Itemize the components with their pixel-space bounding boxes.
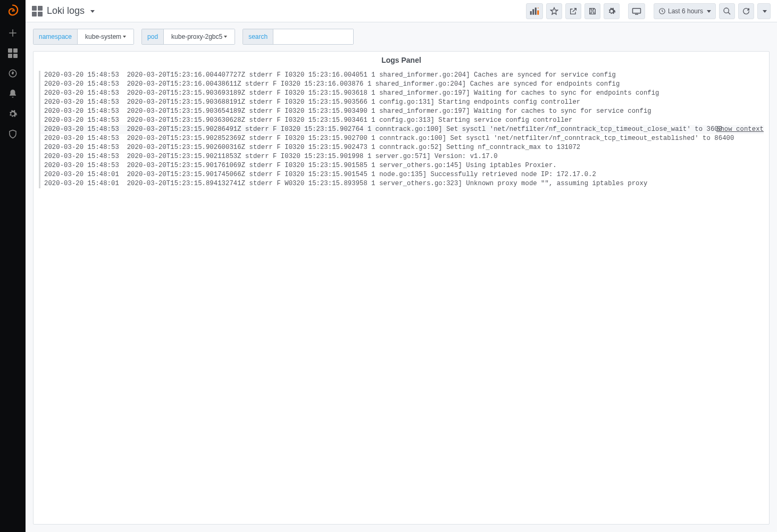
log-row[interactable]: 2020-03-20 15:48:53 2020-03-20T15:23:15.…	[39, 125, 764, 134]
add-panel-button[interactable]	[526, 3, 543, 19]
settings-button[interactable]	[604, 3, 620, 19]
dashboard-grid-icon[interactable]	[32, 6, 43, 16]
template-variables-row: namespace kube-system pod kube-proxy-2gb…	[26, 22, 777, 51]
log-level-bar	[39, 134, 40, 143]
variable-search-label: search	[243, 29, 273, 44]
log-message: 2020-03-20T15:23:15.903654189Z stderr F …	[127, 107, 651, 116]
log-message: 2020-03-20T15:23:15.90211853Z stderr F I…	[127, 152, 498, 161]
create-icon[interactable]	[7, 28, 18, 38]
time-picker-button[interactable]: Last 6 hours	[654, 3, 716, 19]
chevron-down-icon	[90, 10, 95, 13]
log-message: 2020-03-20T15:23:15.902600316Z stderr F …	[127, 143, 581, 152]
log-row[interactable]: 2020-03-20 15:48:53 2020-03-20T15:23:15.…	[39, 161, 764, 170]
log-row[interactable]: 2020-03-20 15:48:53 2020-03-20T15:23:15.…	[39, 152, 764, 161]
log-message: 2020-03-20T15:23:16.004407727Z stderr F …	[127, 71, 616, 80]
log-timestamp: 2020-03-20 15:48:53	[44, 89, 127, 98]
log-level-bar	[39, 89, 40, 98]
dashboard-title-text: Loki logs	[47, 5, 85, 16]
log-row[interactable]: 2020-03-20 15:48:53 2020-03-20T15:23:15.…	[39, 107, 764, 116]
log-timestamp: 2020-03-20 15:48:53	[44, 143, 127, 152]
refresh-interval-picker[interactable]	[757, 3, 771, 19]
svg-point-0	[12, 10, 13, 12]
log-level-bar	[39, 71, 40, 80]
log-level-bar	[39, 98, 40, 107]
log-message: 2020-03-20T15:23:15.903630628Z stderr F …	[127, 116, 573, 125]
variable-search: search	[243, 29, 354, 45]
log-level-bar	[39, 152, 40, 161]
log-timestamp: 2020-03-20 15:48:01	[44, 170, 127, 179]
refresh-button[interactable]	[738, 3, 754, 19]
log-timestamp: 2020-03-20 15:48:53	[44, 134, 127, 143]
log-timestamp: 2020-03-20 15:48:53	[44, 80, 127, 89]
variable-pod: pod kube-proxy-2gbc5	[141, 29, 235, 45]
log-row[interactable]: 2020-03-20 15:48:53 2020-03-20T15:23:15.…	[39, 89, 764, 98]
svg-rect-3	[532, 9, 534, 15]
variable-pod-value[interactable]: kube-proxy-2gbc5	[164, 29, 235, 44]
log-level-bar	[39, 143, 40, 152]
zoom-out-button[interactable]	[719, 3, 735, 19]
log-row[interactable]: 2020-03-20 15:48:53 2020-03-20T15:23:16.…	[39, 71, 764, 80]
log-row[interactable]: 2020-03-20 15:48:53 2020-03-20T15:23:16.…	[39, 80, 764, 89]
log-message: 2020-03-20T15:23:15.901761069Z stderr F …	[127, 161, 557, 170]
show-context-link[interactable]: Show context	[716, 125, 764, 134]
shield-icon[interactable]	[7, 129, 18, 139]
log-message: 2020-03-20T15:23:15.903688191Z stderr F …	[127, 98, 581, 107]
chevron-down-icon	[707, 10, 711, 13]
search-input[interactable]	[273, 29, 353, 44]
share-button[interactable]	[565, 3, 581, 19]
chevron-down-icon	[224, 36, 227, 38]
log-level-bar	[39, 170, 40, 179]
log-row[interactable]: 2020-03-20 15:48:01 2020-03-20T15:23:15.…	[39, 170, 764, 179]
variable-pod-label: pod	[142, 29, 164, 44]
log-row[interactable]: 2020-03-20 15:48:01 2020-03-20T15:23:15.…	[39, 179, 764, 188]
time-picker-label: Last 6 hours	[668, 7, 703, 15]
log-timestamp: 2020-03-20 15:48:53	[44, 116, 127, 125]
log-row[interactable]: 2020-03-20 15:48:53 2020-03-20T15:23:15.…	[39, 143, 764, 152]
log-level-bar	[39, 179, 40, 188]
variable-pod-value-text: kube-proxy-2gbc5	[171, 33, 222, 40]
log-message: 2020-03-20T15:23:15.902852369Z stderr F …	[127, 134, 734, 143]
variable-namespace-value[interactable]: kube-system	[78, 29, 133, 44]
log-message: 2020-03-20T15:23:16.00438611Z stderr F I…	[127, 80, 620, 89]
variable-namespace-label: namespace	[34, 29, 78, 44]
variable-namespace-value-text: kube-system	[85, 33, 121, 40]
log-timestamp: 2020-03-20 15:48:53	[44, 71, 127, 80]
log-timestamp: 2020-03-20 15:48:53	[44, 161, 127, 170]
log-message: 2020-03-20T15:23:15.90286491Z stderr F I…	[127, 125, 711, 134]
logs-panel: Logs Panel 2020-03-20 15:48:53 2020-03-2…	[33, 51, 770, 525]
log-level-bar	[39, 125, 40, 134]
variable-namespace: namespace kube-system	[33, 29, 134, 45]
log-row[interactable]: 2020-03-20 15:48:53 2020-03-20T15:23:15.…	[39, 134, 764, 143]
chevron-down-icon	[123, 36, 126, 38]
svg-rect-4	[535, 7, 537, 15]
log-timestamp: 2020-03-20 15:48:53	[44, 98, 127, 107]
chevron-down-icon	[763, 10, 767, 13]
log-message: 2020-03-20T15:23:15.903693189Z stderr F …	[127, 89, 659, 98]
log-timestamp: 2020-03-20 15:48:01	[44, 179, 127, 188]
save-button[interactable]	[584, 3, 600, 19]
grafana-logo-icon[interactable]	[5, 3, 20, 18]
svg-rect-6	[632, 8, 640, 13]
log-row[interactable]: 2020-03-20 15:48:53 2020-03-20T15:23:15.…	[39, 116, 764, 125]
log-timestamp: 2020-03-20 15:48:53	[44, 125, 127, 134]
panel-title: Logs Panel	[34, 52, 769, 70]
star-button[interactable]	[546, 3, 562, 19]
log-level-bar	[39, 116, 40, 125]
toolbar: Loki logs	[26, 0, 777, 22]
logs-container[interactable]: 2020-03-20 15:48:53 2020-03-20T15:23:16.…	[34, 70, 769, 524]
configuration-icon[interactable]	[7, 109, 18, 119]
side-navigation	[0, 0, 26, 532]
log-row[interactable]: 2020-03-20 15:48:53 2020-03-20T15:23:15.…	[39, 98, 764, 107]
svg-rect-2	[530, 11, 532, 15]
svg-rect-5	[537, 10, 539, 14]
cycle-view-button[interactable]	[628, 3, 645, 19]
log-timestamp: 2020-03-20 15:48:53	[44, 107, 127, 116]
alerting-icon[interactable]	[7, 88, 18, 99]
svg-point-8	[724, 8, 729, 13]
log-level-bar	[39, 107, 40, 116]
dashboards-icon[interactable]	[7, 48, 18, 59]
explore-icon[interactable]	[7, 68, 18, 79]
log-timestamp: 2020-03-20 15:48:53	[44, 152, 127, 161]
dashboard-title-picker[interactable]: Loki logs	[47, 5, 95, 16]
log-message: 2020-03-20T15:23:15.901745066Z stderr F …	[127, 170, 596, 179]
